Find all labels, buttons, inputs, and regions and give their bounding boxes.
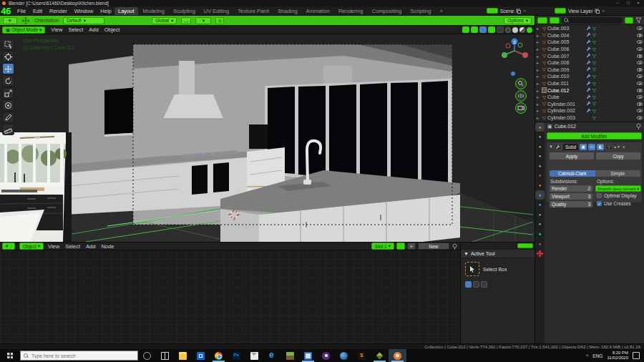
particles-icon[interactable]: ● bbox=[537, 202, 543, 208]
notification-center-icon[interactable] bbox=[633, 352, 640, 359]
expand-arrow-icon[interactable]: ▸ bbox=[537, 81, 541, 86]
object-data-icon[interactable]: ● bbox=[537, 231, 543, 238]
snap-magnet-icon[interactable]: ◡ bbox=[181, 17, 191, 24]
minimize-button[interactable]: – bbox=[613, 0, 623, 6]
mesh-data-icon[interactable]: ▽ bbox=[592, 82, 596, 86]
object-name[interactable]: Cube.006 bbox=[547, 47, 585, 52]
modifier-wrench-icon[interactable] bbox=[586, 87, 591, 93]
scene-selector[interactable]: Scene × bbox=[487, 8, 526, 14]
language-indicator[interactable]: ENG bbox=[592, 353, 602, 358]
collapse-arrow-icon[interactable]: ▼ bbox=[549, 145, 553, 149]
select-box-tool-button[interactable] bbox=[465, 262, 479, 276]
mesh-data-icon[interactable]: ▽ bbox=[592, 102, 596, 106]
uv-smooth-dropdown[interactable]: Smooth, keep corners▾ bbox=[595, 185, 641, 192]
outliner-row[interactable]: ▸ ▽ Cube.004 ▽ bbox=[535, 32, 644, 39]
cursor-tool[interactable] bbox=[2, 51, 14, 62]
shading-wireframe-icon[interactable] bbox=[505, 27, 511, 33]
modifier-wrench-icon[interactable] bbox=[586, 108, 591, 114]
physics-icon[interactable]: ● bbox=[537, 211, 543, 217]
taskbar-app-store[interactable] bbox=[192, 349, 210, 362]
use-creases-checkbox[interactable]: ✓ bbox=[597, 201, 602, 206]
taskbar-app-window-app[interactable] bbox=[299, 349, 317, 362]
shader-menu-item[interactable]: Add bbox=[86, 243, 95, 250]
outliner-row[interactable]: ▸ ▽ Cube.010 ▽ bbox=[535, 73, 644, 80]
shading-rendered-icon[interactable] bbox=[527, 27, 532, 33]
object-name[interactable]: Cube.012 bbox=[547, 88, 585, 93]
taskbar-search[interactable] bbox=[20, 351, 138, 361]
shader-menu-item[interactable]: Node bbox=[101, 243, 114, 250]
expand-arrow-icon[interactable]: ▸ bbox=[537, 60, 541, 65]
workspace-tab[interactable]: Rendering bbox=[335, 7, 367, 15]
remove-view-layer-icon[interactable]: × bbox=[602, 9, 605, 13]
workspace-tab[interactable]: Modeling bbox=[140, 7, 168, 15]
object-name[interactable]: Cube.011 bbox=[547, 81, 585, 86]
expand-arrow-icon[interactable]: ▸ bbox=[537, 26, 541, 31]
hidden-icons-chevron[interactable]: ^ bbox=[586, 353, 588, 358]
new-material-button[interactable]: New bbox=[418, 243, 449, 250]
outliner-collection-icon[interactable] bbox=[550, 17, 560, 24]
hide-eye-icon[interactable] bbox=[637, 74, 643, 79]
taskbar-app-mail[interactable] bbox=[245, 349, 263, 362]
object-name[interactable]: Cube.004 bbox=[547, 33, 585, 38]
active-tool-panel-header[interactable]: ▼Active Tool bbox=[461, 250, 535, 258]
mesh-data-icon[interactable]: ▽ bbox=[592, 47, 596, 52]
menu-item[interactable]: File bbox=[17, 8, 26, 14]
view-layer-selector[interactable]: View Layer × bbox=[555, 8, 605, 14]
search-input[interactable] bbox=[30, 353, 123, 359]
object-name[interactable]: Cylinder.003 bbox=[547, 115, 585, 120]
hide-eye-icon[interactable] bbox=[637, 81, 643, 86]
expand-arrow-icon[interactable]: ▸ bbox=[537, 54, 541, 59]
hide-eye-icon[interactable] bbox=[637, 88, 643, 93]
modifier-wrench-icon[interactable] bbox=[586, 81, 591, 87]
material-preview-icon[interactable] bbox=[396, 243, 405, 250]
toggle-xray-icon[interactable] bbox=[479, 26, 487, 33]
shader-editor-canvas[interactable] bbox=[0, 250, 460, 343]
3d-viewport[interactable]: User Perspective (1) Collection | Cube.0… bbox=[0, 34, 535, 242]
hide-eye-icon[interactable] bbox=[637, 108, 643, 113]
outliner-filter-icon[interactable] bbox=[635, 17, 642, 24]
hide-eye-icon[interactable] bbox=[637, 26, 643, 31]
outliner-row[interactable]: ▸ ▽ Cube.005 ▽ bbox=[535, 39, 644, 46]
outliner-row[interactable]: ▸ ▽ Cube.012 ▽ bbox=[535, 87, 644, 94]
outliner-display-mode-icon[interactable] bbox=[537, 17, 547, 24]
taskbar-app-game[interactable] bbox=[317, 349, 335, 362]
taskbar-app-task-view[interactable] bbox=[156, 349, 174, 362]
orientation-dropdown[interactable]: Default▾ bbox=[63, 17, 104, 24]
mode-dropdown[interactable]: ▣Object Mode▾ bbox=[2, 26, 45, 34]
outliner-row[interactable]: ▸ ▽ Cube.003 ▽ bbox=[535, 25, 644, 32]
editmode-visibility-toggle[interactable]: ◧ bbox=[597, 144, 604, 150]
expand-arrow-icon[interactable]: ▸ bbox=[537, 74, 541, 79]
delete-modifier-icon[interactable]: × bbox=[623, 145, 625, 150]
object-name[interactable]: Cube.005 bbox=[547, 39, 585, 44]
proportional-editing-icon[interactable]: ◎ bbox=[215, 17, 224, 24]
object-name[interactable]: Cube.010 bbox=[547, 74, 585, 79]
overlay-extra-icon[interactable] bbox=[488, 26, 495, 33]
menu-item[interactable]: Edit bbox=[33, 8, 42, 14]
outliner-row[interactable]: ▸ ▽ Cube.007 ▽ bbox=[535, 52, 644, 59]
expand-arrow-icon[interactable]: ▸ bbox=[537, 67, 541, 72]
move-down-icon[interactable]: ▾ bbox=[618, 145, 620, 149]
modifier-wrench-icon[interactable] bbox=[586, 26, 591, 31]
shader-type-dropdown[interactable]: Object▾ bbox=[19, 243, 44, 250]
plus-icon[interactable]: + bbox=[407, 243, 416, 250]
modifier-wrench-icon[interactable] bbox=[586, 94, 591, 100]
outliner-row[interactable]: ▸ ▽ Cylinder.002 ▽ bbox=[535, 107, 644, 114]
modifier-wrench-icon[interactable] bbox=[586, 32, 591, 38]
move-tool[interactable] bbox=[2, 63, 14, 74]
hide-eye-icon[interactable] bbox=[637, 67, 643, 72]
expand-arrow-icon[interactable]: ▸ bbox=[537, 94, 541, 99]
view-layer-icon[interactable]: ● bbox=[537, 153, 543, 160]
mesh-data-icon[interactable]: ▽ bbox=[592, 40, 596, 44]
menu-item[interactable]: Help bbox=[100, 8, 111, 14]
snap-target-dropdown[interactable]: ▾ bbox=[195, 17, 211, 24]
select-mode-extend-icon[interactable] bbox=[473, 281, 479, 288]
expand-arrow-icon[interactable]: ▸ bbox=[537, 108, 541, 113]
taskbar-app-edge[interactable] bbox=[263, 349, 281, 362]
hide-eye-icon[interactable] bbox=[637, 54, 643, 59]
object-name[interactable]: Cube.003 bbox=[547, 26, 585, 31]
copy-button[interactable]: Copy bbox=[596, 152, 640, 160]
outliner-row[interactable]: ▸ ▽ Cube.006 ▽ bbox=[535, 46, 644, 53]
taskbar-app-photoshop[interactable] bbox=[228, 349, 245, 362]
render-visibility-toggle[interactable]: ▣ bbox=[580, 144, 587, 150]
mesh-data-icon[interactable]: ▽ bbox=[592, 109, 596, 113]
